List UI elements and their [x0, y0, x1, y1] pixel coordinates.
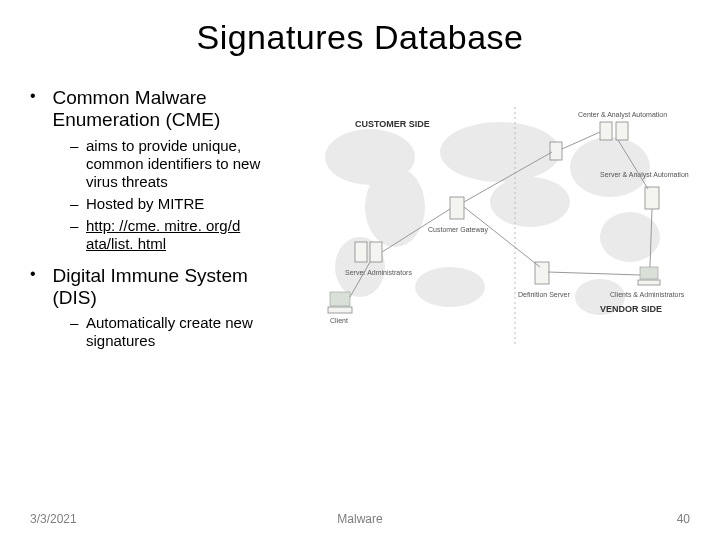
svg-rect-13	[370, 242, 382, 262]
svg-text:Customer Gateway: Customer Gateway	[428, 226, 488, 234]
sub-link[interactable]: http: //cme. mitre. org/d ata/list. html	[86, 217, 281, 253]
svg-rect-19	[600, 122, 612, 140]
svg-text:Clients & Administrators: Clients & Administrators	[610, 291, 685, 298]
svg-rect-22	[645, 187, 659, 209]
text-column: Common Malware Enumeration (CME) aims to…	[30, 87, 300, 362]
sub-item: aims to provide unique, common identifie…	[70, 137, 300, 191]
footer-date: 3/3/2021	[30, 512, 77, 526]
node-gateway: Customer Gateway	[428, 197, 488, 234]
content-row: Common Malware Enumeration (CME) aims to…	[0, 57, 720, 362]
svg-text:Server Administrators: Server Administrators	[345, 269, 412, 276]
sub-list: aims to provide unique, common identifie…	[70, 137, 300, 253]
sub-list: Automatically create new signatures	[70, 314, 300, 350]
svg-rect-9	[330, 292, 350, 306]
svg-text:Center & Analyst Automation: Center & Analyst Automation	[578, 111, 667, 119]
svg-rect-15	[450, 197, 464, 219]
sub-item: Hosted by MITRE	[70, 195, 300, 213]
svg-rect-20	[616, 122, 628, 140]
svg-point-1	[365, 167, 425, 247]
node-server-admin: Server Administrators	[345, 242, 412, 276]
footer-page: 40	[677, 512, 690, 526]
svg-point-8	[415, 267, 485, 307]
svg-rect-25	[638, 280, 660, 285]
svg-rect-27	[550, 142, 562, 160]
node-def-server: Definition Server	[518, 262, 570, 298]
slide-title: Signatures Database	[0, 0, 720, 57]
svg-text:Client: Client	[330, 317, 348, 324]
bullet-item: Digital Immune System (DIS) Automaticall…	[30, 265, 300, 351]
footer: 3/3/2021 Malware 40	[0, 512, 720, 526]
world-map-bg	[325, 122, 660, 315]
node-clients-admin: Clients & Administrators	[610, 267, 685, 298]
slide: Signatures Database Common Malware Enume…	[0, 0, 720, 540]
diagram-column: CUSTOMER SIDE VENDOR SIDE Client Server …	[300, 87, 690, 362]
customer-side-label: CUSTOMER SIDE	[355, 119, 430, 129]
sub-text: Hosted by MITRE	[86, 195, 281, 213]
network-diagram: CUSTOMER SIDE VENDOR SIDE Client Server …	[300, 97, 690, 357]
svg-point-3	[440, 122, 560, 182]
svg-rect-24	[640, 267, 658, 279]
svg-text:Server & Analyst Automation: Server & Analyst Automation	[600, 171, 689, 179]
sub-text: aims to provide unique, common identifie…	[86, 137, 281, 191]
node-mid-top	[550, 142, 562, 160]
bullet-list: Common Malware Enumeration (CME) aims to…	[30, 87, 300, 350]
svg-text:Definition Server: Definition Server	[518, 291, 570, 298]
bullet-text: Digital Immune System (DIS)	[52, 265, 282, 309]
vendor-side-label: VENDOR SIDE	[600, 304, 662, 314]
svg-point-5	[570, 137, 650, 197]
sub-text: Automatically create new signatures	[86, 314, 281, 350]
svg-rect-10	[328, 307, 352, 313]
svg-line-35	[548, 272, 640, 275]
sub-item: Automatically create new signatures	[70, 314, 300, 350]
svg-point-4	[490, 177, 570, 227]
sub-item: http: //cme. mitre. org/d ata/list. html	[70, 217, 300, 253]
bullet-text: Common Malware Enumeration (CME)	[52, 87, 282, 131]
bullet-item: Common Malware Enumeration (CME) aims to…	[30, 87, 300, 253]
node-client: Client	[328, 292, 352, 324]
svg-rect-12	[355, 242, 367, 262]
footer-topic: Malware	[337, 512, 382, 526]
